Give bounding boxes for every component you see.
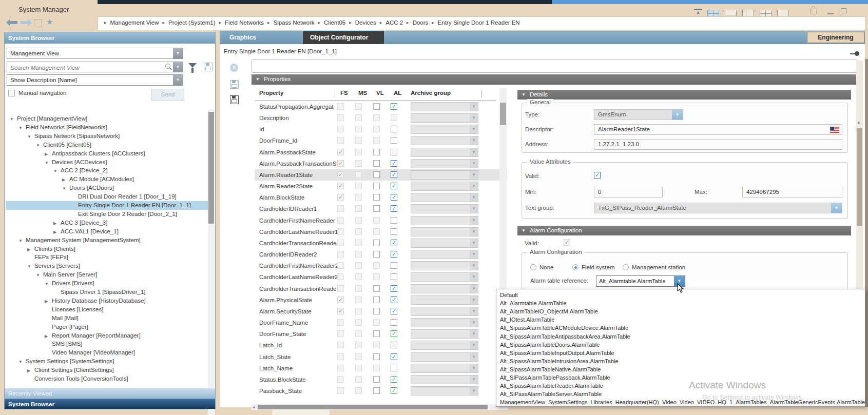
vl-checkbox[interactable] — [373, 205, 380, 212]
tree-item[interactable]: ▼Management System [ManagementSystem] — [6, 236, 208, 245]
tree-item[interactable]: Licenses [Licenses] — [6, 305, 208, 314]
property-row[interactable]: DoorFrame_State✓▼ — [255, 328, 507, 340]
tree-item[interactable]: ▶AC Module [ACModules] — [6, 175, 208, 184]
favorites-star-icon[interactable]: ★ — [46, 17, 53, 27]
alarm-valid-checkbox[interactable]: ✓ — [564, 239, 570, 246]
al-checkbox[interactable]: ✓ — [391, 330, 397, 337]
tree-item[interactable]: ▼System Settings [SystemSettings] — [6, 357, 208, 366]
al-checkbox[interactable] — [391, 228, 397, 235]
vl-checkbox[interactable] — [373, 376, 380, 383]
vl-checkbox[interactable] — [373, 387, 380, 394]
table-scrollbar-thumb[interactable] — [500, 103, 506, 125]
property-row[interactable]: CardholderLastNameReader1▼ — [255, 226, 507, 238]
al-checkbox[interactable]: ✓ — [391, 285, 397, 292]
tab-graphics[interactable]: Graphics — [222, 31, 301, 44]
collapse-triangle-icon[interactable]: ▼ — [45, 159, 52, 167]
fs-checkbox[interactable]: ✓ — [337, 149, 344, 155]
chevron-down-icon[interactable]: ▼ — [470, 136, 478, 145]
tree-item[interactable]: Video Manager [VideoManager] — [6, 348, 208, 357]
tree-item[interactable]: ▼Servers [Servers] — [6, 262, 208, 270]
radio-button-icon[interactable] — [572, 264, 578, 270]
al-checkbox[interactable] — [391, 273, 397, 280]
tree-item[interactable]: ▶Antipassback Clusters [ACClusters] — [6, 149, 208, 158]
archive-group-combo[interactable]: ▼ — [411, 204, 478, 213]
tree-item[interactable]: SMS [SMS] — [6, 340, 208, 348]
chevron-down-icon[interactable]: ▼ — [470, 353, 478, 361]
tree-item[interactable]: ▼Drivers [Drivers] — [6, 279, 208, 288]
fs-checkbox[interactable]: ✓ — [337, 183, 344, 189]
al-checkbox[interactable] — [391, 149, 397, 155]
restore-icon[interactable] — [841, 8, 846, 13]
type-combo[interactable]: GmsEnum▼ — [594, 109, 683, 120]
tree-item-selected[interactable]: Entry Single Door 1 Reader EN [Door_1_1] — [6, 201, 208, 210]
collapse-triangle-icon[interactable]: ▼ — [53, 167, 61, 175]
tree-item[interactable]: ▼Sipass Network [SipassNetwork] — [6, 132, 208, 141]
details-scrollbar-thumb[interactable] — [857, 128, 862, 226]
display-mode-combo[interactable]: Show Description [Name] ▼ — [7, 74, 183, 86]
chevron-down-icon[interactable]: ▼ — [831, 203, 842, 213]
property-row[interactable]: DoorFrame_Name▼ — [255, 317, 507, 328]
system-browser-bottom-tab[interactable]: System Browser — [5, 399, 215, 409]
al-checkbox[interactable]: ✓ — [391, 103, 397, 110]
collapse-triangle-icon[interactable]: ▼ — [36, 271, 43, 280]
descriptor-input[interactable]: AlarmReader1State — [594, 124, 842, 135]
archive-group-combo[interactable]: ▼ — [411, 307, 478, 316]
lock-icon[interactable] — [810, 9, 817, 14]
property-row[interactable]: Passback_State✓▼ — [255, 385, 507, 397]
breadcrumb-item[interactable]: Entry Single Door 1 Reader EN — [438, 19, 520, 26]
al-checkbox[interactable]: ✓ — [391, 297, 397, 303]
dropdown-option[interactable]: Alt_SipassAlarmTableInputOutput.AlarmTab… — [496, 349, 865, 357]
chevron-down-icon[interactable]: ▼ — [470, 250, 478, 259]
address-input[interactable]: 1.27.2.1_1.23.0 — [594, 139, 842, 150]
chevron-down-icon[interactable]: ▼ — [470, 125, 478, 133]
dropdown-option[interactable]: ManagementView_SystemSettings_Libraries_… — [496, 398, 865, 406]
forward-arrow-icon[interactable] — [20, 18, 33, 27]
archive-group-combo[interactable]: ▼ — [411, 386, 478, 396]
archive-group-combo[interactable]: ▼ — [411, 329, 478, 339]
al-checkbox[interactable]: ✓ — [391, 251, 397, 258]
alarm-configuration-section-header[interactable]: ▼Alarm Configuration — [517, 226, 851, 235]
property-row[interactable]: Alarm.PhysicalState✓✓▼ — [255, 294, 507, 306]
property-row[interactable]: CardholderLastNameReader2▼ — [255, 271, 507, 283]
al-checkbox[interactable]: ✓ — [391, 205, 397, 212]
us-flag-icon[interactable] — [830, 127, 839, 133]
alarm-table-reference-combo[interactable]: Alt_Alarmtable.AlarmTable ▼ — [596, 275, 685, 287]
tree-item[interactable]: Conversion Tools [ConversionTools] — [6, 374, 208, 383]
property-row[interactable]: CardholderTransactionReade✓▼ — [255, 238, 507, 249]
vl-checkbox[interactable] — [373, 297, 380, 303]
fs-checkbox[interactable]: ✓ — [337, 194, 344, 201]
vl-checkbox[interactable] — [373, 160, 380, 167]
chevron-down-icon[interactable]: ▼ — [173, 75, 183, 85]
col-property[interactable]: Property — [259, 90, 283, 96]
chevron-down-icon[interactable]: ▼ — [470, 330, 478, 338]
radio-none[interactable]: None — [530, 264, 554, 270]
tree-item[interactable]: ▼ACC 2 [Device_2] — [6, 166, 208, 175]
al-checkbox[interactable] — [391, 262, 397, 269]
valid-checkbox[interactable]: ✓ — [594, 172, 601, 179]
property-row[interactable]: Description▼ — [255, 112, 507, 124]
archive-group-combo[interactable]: ▼ — [411, 113, 478, 123]
collapse-triangle-icon[interactable]: ▼ — [27, 132, 34, 141]
dropdown-option[interactable]: Alt_SipassAlarmTableNative.AlarmTable — [496, 365, 865, 373]
tree-scrollbar[interactable] — [208, 109, 215, 415]
col-vl[interactable]: VL — [376, 90, 384, 96]
archive-group-combo[interactable]: ▼ — [411, 216, 478, 225]
breadcrumb-item[interactable]: Management View — [110, 19, 159, 26]
fs-checkbox[interactable]: ✓ — [337, 297, 344, 303]
chevron-down-icon[interactable]: ▼ — [470, 148, 478, 156]
tree-scrollbar-thumb[interactable] — [208, 112, 214, 224]
dropdown-option[interactable]: Alt_Alarmtable.AlarmTable — [496, 299, 865, 307]
tree-item[interactable]: ▼Doors [ACDoors] — [6, 184, 208, 192]
breadcrumb-item[interactable]: Sipass Network — [274, 19, 315, 26]
al-checkbox[interactable] — [391, 137, 397, 144]
tree-item[interactable]: Mail [Mail] — [6, 314, 208, 323]
text-group-combo[interactable]: TxG_SIPass_Reader_AlarmState▼ — [594, 203, 842, 213]
chevron-down-icon[interactable]: ▼ — [470, 228, 478, 236]
vl-checkbox[interactable] — [373, 103, 380, 110]
al-checkbox[interactable]: ✓ — [391, 308, 397, 314]
property-row[interactable]: DoorFrame_Id▼ — [255, 135, 507, 146]
history-icon[interactable] — [34, 19, 42, 27]
vl-checkbox[interactable] — [373, 330, 380, 337]
dropdown-option[interactable]: Alt_SipassAlarmTableReader.AlarmTable — [496, 382, 865, 390]
al-checkbox[interactable] — [391, 342, 397, 348]
